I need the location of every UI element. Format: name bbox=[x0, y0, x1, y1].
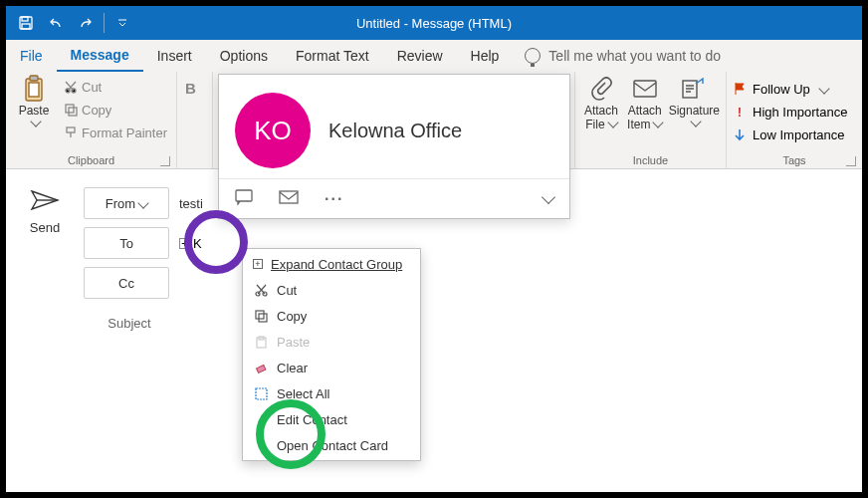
svg-rect-19 bbox=[259, 314, 267, 322]
tab-insert[interactable]: Insert bbox=[143, 40, 206, 72]
ctx-cut[interactable]: Cut bbox=[243, 277, 420, 303]
svg-rect-18 bbox=[256, 311, 264, 319]
signature-icon bbox=[681, 76, 707, 102]
svg-rect-15 bbox=[280, 191, 298, 203]
exclaim-icon: ! bbox=[733, 105, 747, 120]
high-importance-button[interactable]: ! High Importance bbox=[733, 101, 856, 123]
ctx-open-contact-card[interactable]: Open Contact Card bbox=[243, 432, 420, 458]
send-label: Send bbox=[30, 220, 60, 235]
paste-icon bbox=[253, 336, 269, 349]
expand-contact-plus-icon[interactable]: + bbox=[179, 238, 190, 249]
redo-qat-button[interactable] bbox=[72, 9, 100, 37]
tell-me-label: Tell me what you want to do bbox=[548, 48, 721, 64]
ctx-copy[interactable]: Copy bbox=[243, 303, 420, 329]
group-label-include: Include bbox=[581, 154, 720, 168]
follow-up-button[interactable]: Follow Up bbox=[733, 78, 856, 100]
chevron-down-icon bbox=[30, 116, 41, 126]
svg-rect-2 bbox=[22, 24, 30, 29]
tab-help[interactable]: Help bbox=[457, 40, 514, 72]
more-icon[interactable]: ··· bbox=[325, 190, 343, 208]
contact-name: Kelowna Office bbox=[328, 120, 462, 142]
from-value: testi bbox=[179, 196, 203, 211]
svg-rect-12 bbox=[634, 81, 656, 97]
title-bar: Untitled - Message (HTML) bbox=[6, 6, 862, 40]
save-qat-button[interactable] bbox=[12, 9, 40, 37]
subject-label: Subject bbox=[84, 316, 175, 331]
tab-file[interactable]: File bbox=[6, 40, 57, 72]
chat-icon[interactable] bbox=[235, 189, 253, 209]
send-button[interactable] bbox=[30, 189, 60, 214]
svg-rect-11 bbox=[67, 127, 75, 132]
dialog-launcher-icon[interactable] bbox=[846, 156, 856, 166]
signature-button[interactable]: Signature bbox=[669, 76, 720, 131]
svg-rect-6 bbox=[29, 83, 39, 97]
copy-icon bbox=[253, 310, 269, 323]
tab-options[interactable]: Options bbox=[206, 40, 282, 72]
envelope-icon bbox=[632, 76, 658, 102]
ctx-expand-group[interactable]: + Expand Contact Group bbox=[243, 251, 420, 277]
scissors-icon bbox=[253, 284, 269, 297]
lightbulb-icon bbox=[525, 48, 541, 64]
format-painter-button[interactable]: Format Painter bbox=[64, 122, 167, 143]
down-arrow-icon bbox=[733, 127, 747, 141]
group-label-tags: Tags bbox=[733, 154, 856, 168]
tab-review[interactable]: Review bbox=[383, 40, 457, 72]
to-button[interactable]: To bbox=[84, 227, 169, 259]
select-all-icon bbox=[253, 387, 269, 400]
expand-icon: + bbox=[253, 259, 263, 269]
svg-rect-9 bbox=[66, 105, 74, 113]
mail-icon[interactable] bbox=[279, 190, 299, 208]
svg-rect-14 bbox=[236, 190, 252, 201]
ctx-paste: Paste bbox=[243, 329, 420, 355]
avatar: KO bbox=[235, 93, 311, 168]
tab-message[interactable]: Message bbox=[57, 40, 143, 72]
undo-qat-button[interactable] bbox=[42, 9, 70, 37]
from-button[interactable]: From bbox=[84, 187, 169, 219]
low-importance-button[interactable]: Low Importance bbox=[733, 124, 856, 145]
expand-card-icon[interactable] bbox=[540, 190, 553, 208]
ctx-select-all[interactable]: Select All bbox=[243, 380, 420, 406]
clipboard-icon bbox=[21, 76, 47, 102]
ctx-clear[interactable]: Clear bbox=[243, 355, 420, 380]
svg-rect-10 bbox=[69, 108, 77, 116]
cc-button[interactable]: Cc bbox=[84, 267, 169, 299]
customize-qat-button[interactable] bbox=[108, 9, 136, 37]
flag-icon bbox=[733, 82, 747, 96]
tell-me-search[interactable]: Tell me what you want to do bbox=[525, 40, 721, 72]
dialog-launcher-icon[interactable] bbox=[160, 156, 170, 166]
svg-rect-23 bbox=[256, 388, 267, 399]
bold-button[interactable]: B bbox=[185, 80, 196, 97]
svg-rect-1 bbox=[22, 17, 28, 21]
svg-rect-22 bbox=[256, 365, 265, 373]
paperclip-icon bbox=[588, 76, 614, 102]
attach-item-button[interactable]: Attach Item bbox=[625, 76, 665, 131]
group-label-clipboard: Clipboard bbox=[12, 154, 170, 168]
attach-file-button[interactable]: Attach File bbox=[581, 76, 621, 131]
contact-card: KO Kelowna Office ··· bbox=[218, 74, 570, 219]
context-menu: + Expand Contact Group Cut Copy Paste Cl… bbox=[242, 248, 421, 461]
ctx-edit-contact[interactable]: Edit Contact bbox=[243, 406, 420, 432]
ribbon-tabs: File Message Insert Options Format Text … bbox=[6, 40, 862, 72]
svg-rect-5 bbox=[30, 76, 38, 81]
to-field[interactable]: K bbox=[193, 236, 202, 251]
copy-button[interactable]: Copy bbox=[64, 99, 167, 121]
paste-button[interactable]: Paste bbox=[12, 76, 56, 143]
tab-format-text[interactable]: Format Text bbox=[282, 40, 383, 72]
cut-button[interactable]: Cut bbox=[64, 76, 167, 98]
eraser-icon bbox=[253, 362, 269, 374]
